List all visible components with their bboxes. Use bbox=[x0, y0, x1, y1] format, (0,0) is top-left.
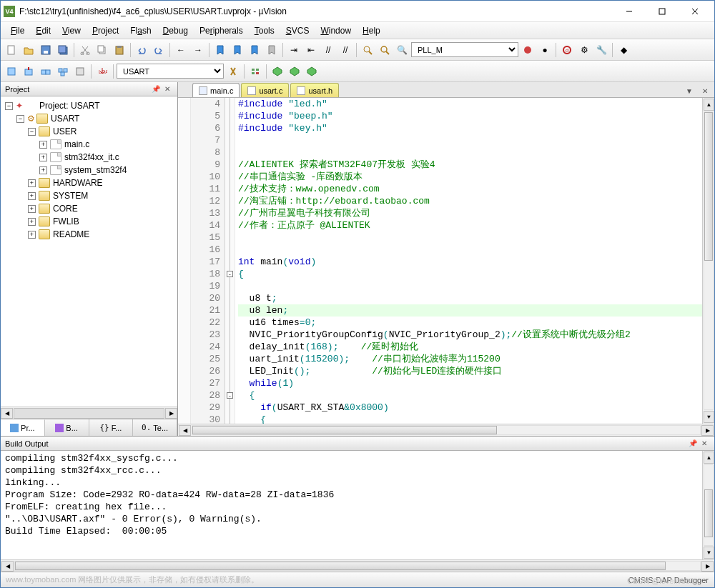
menu-file[interactable]: File bbox=[5, 24, 30, 38]
menu-window[interactable]: Window bbox=[315, 24, 357, 38]
tree-row[interactable]: −✦Project: USART bbox=[2, 99, 176, 112]
menu-edit[interactable]: Edit bbox=[30, 24, 56, 38]
comment-button[interactable]: // bbox=[320, 42, 336, 58]
bookmark-button[interactable] bbox=[212, 42, 228, 58]
menu-view[interactable]: View bbox=[56, 24, 87, 38]
sidebar-tabs: Pr... B... {}F... 0.Te... bbox=[1, 419, 177, 436]
tree-row[interactable]: +README bbox=[2, 228, 176, 241]
build-vscroll[interactable]: ▲▼ bbox=[702, 451, 714, 559]
tree-row[interactable]: −⚙USART bbox=[2, 112, 176, 125]
batch-build-button[interactable] bbox=[55, 64, 71, 79]
tab-functions[interactable]: {}F... bbox=[89, 419, 134, 436]
menu-debug[interactable]: Debug bbox=[157, 24, 194, 38]
open-file-button[interactable] bbox=[21, 42, 36, 58]
svg-rect-34 bbox=[256, 72, 259, 74]
menu-svcs[interactable]: SVCS bbox=[280, 24, 315, 38]
uncomment-button[interactable]: // bbox=[337, 42, 353, 58]
copy-button[interactable] bbox=[94, 42, 110, 58]
tree-row[interactable]: +HARDWARE bbox=[2, 176, 176, 189]
fold-margin[interactable]: -- bbox=[225, 98, 235, 424]
tab-close-icon[interactable]: ✕ bbox=[699, 84, 711, 97]
find-in-files-button[interactable] bbox=[377, 42, 393, 58]
svg-rect-12 bbox=[98, 46, 104, 52]
svg-rect-28 bbox=[61, 72, 64, 76]
redo-button[interactable] bbox=[151, 42, 167, 58]
menu-project[interactable]: Project bbox=[87, 24, 124, 38]
debug-icon[interactable]: d bbox=[559, 42, 575, 58]
build-output-text[interactable]: compiling stm32f4xx_syscfg.c... compilin… bbox=[1, 451, 702, 559]
rebuild-button[interactable] bbox=[38, 64, 54, 79]
nav-fwd-button[interactable]: → bbox=[190, 42, 206, 58]
find-button[interactable] bbox=[360, 42, 375, 58]
tree-row[interactable]: −USER bbox=[2, 125, 176, 138]
select-packs-button[interactable] bbox=[287, 64, 302, 79]
panel-pin-icon[interactable]: 📌 bbox=[150, 84, 162, 95]
manage-rte-button[interactable] bbox=[270, 64, 285, 79]
undo-button[interactable] bbox=[134, 42, 149, 58]
build-hscroll[interactable]: ◀▶ bbox=[1, 559, 714, 572]
find-combo[interactable]: PLL_M bbox=[411, 42, 518, 57]
build-pin-icon[interactable]: 📌 bbox=[687, 438, 699, 449]
minimize-button[interactable] bbox=[613, 1, 646, 22]
svg-rect-25 bbox=[46, 70, 50, 74]
translate-button[interactable] bbox=[4, 64, 19, 79]
editor-tab[interactable]: usart.c bbox=[241, 83, 289, 97]
menu-flash[interactable]: Flash bbox=[124, 24, 157, 38]
menu-tools[interactable]: Tools bbox=[249, 24, 280, 38]
tree-row[interactable]: +FWLIB bbox=[2, 215, 176, 228]
close-button[interactable] bbox=[679, 1, 711, 22]
project-panel-header: Project 📌 ✕ bbox=[1, 82, 177, 96]
maximize-button[interactable] bbox=[646, 1, 679, 22]
cut-button[interactable] bbox=[77, 42, 93, 58]
tree-row[interactable]: +SYSTEM bbox=[2, 189, 176, 202]
tree-row[interactable]: +system_stm32f4 bbox=[2, 164, 176, 176]
svg-rect-27 bbox=[64, 69, 67, 72]
watermark-text: www.toymoban.com 网络图片仅供展示，非存储，如有侵权请联系删除。 bbox=[6, 574, 259, 585]
nav-back-button[interactable]: ← bbox=[173, 42, 189, 58]
tab-books[interactable]: B... bbox=[45, 419, 89, 436]
tree-row[interactable]: +main.c bbox=[2, 138, 176, 151]
project-tree[interactable]: −✦Project: USART−⚙USART−USER+main.c+stm3… bbox=[1, 96, 177, 407]
editor-hscroll[interactable]: ◀▶ bbox=[178, 424, 714, 436]
build-close-icon[interactable]: ✕ bbox=[699, 438, 710, 449]
bookmark-clear-button[interactable] bbox=[264, 42, 280, 58]
bookmark-next-button[interactable] bbox=[247, 42, 262, 58]
save-all-button[interactable] bbox=[55, 42, 71, 58]
bookmark-prev-button[interactable] bbox=[230, 42, 245, 58]
code-editor[interactable]: #include "led.h"#include "beep.h"#includ… bbox=[235, 98, 702, 424]
new-file-button[interactable] bbox=[4, 42, 19, 58]
panel-close-icon[interactable]: ✕ bbox=[162, 84, 173, 95]
sidebar-hscroll[interactable]: ◀▶ bbox=[1, 407, 177, 419]
config-button[interactable]: ⚙ bbox=[576, 42, 592, 58]
manage-button[interactable]: ◆ bbox=[616, 42, 631, 58]
build-button[interactable] bbox=[21, 64, 36, 79]
editor-tab[interactable]: main.c bbox=[192, 83, 240, 97]
editor-tab[interactable]: usart.h bbox=[290, 83, 339, 97]
target-options-button[interactable] bbox=[225, 64, 241, 79]
target-combo[interactable]: USART bbox=[117, 64, 224, 79]
incremental-find-button[interactable]: 🔍 bbox=[394, 42, 410, 58]
tree-row[interactable]: +CORE bbox=[2, 202, 176, 215]
svg-rect-23 bbox=[25, 69, 32, 75]
paste-button[interactable] bbox=[112, 42, 127, 58]
pack-installer-button[interactable] bbox=[304, 64, 320, 79]
tab-project[interactable]: Pr... bbox=[1, 419, 45, 436]
menu-peripherals[interactable]: Peripherals bbox=[194, 24, 249, 38]
tab-dropdown-icon[interactable]: ▼ bbox=[683, 84, 696, 97]
svg-rect-29 bbox=[77, 68, 84, 75]
manage-project-button[interactable] bbox=[247, 64, 263, 79]
save-button[interactable] bbox=[38, 42, 54, 58]
download-button[interactable]: LOAD bbox=[94, 64, 110, 79]
breakpoint-margin[interactable] bbox=[178, 98, 191, 424]
indent-button[interactable]: ⇥ bbox=[286, 42, 302, 58]
tree-row[interactable]: +stm32f4xx_it.c bbox=[2, 151, 176, 164]
breakpoint-button[interactable]: ● bbox=[537, 42, 553, 58]
svg-line-18 bbox=[386, 51, 389, 54]
outdent-button[interactable]: ⇤ bbox=[303, 42, 319, 58]
tools-button[interactable]: 🔧 bbox=[593, 42, 609, 58]
tab-templates[interactable]: 0.Te... bbox=[133, 419, 177, 436]
stop-build-button[interactable] bbox=[72, 64, 88, 79]
menu-help[interactable]: Help bbox=[357, 24, 386, 38]
debug-start-button[interactable] bbox=[520, 42, 536, 58]
editor-vscroll[interactable]: ▲▼ bbox=[702, 98, 714, 424]
